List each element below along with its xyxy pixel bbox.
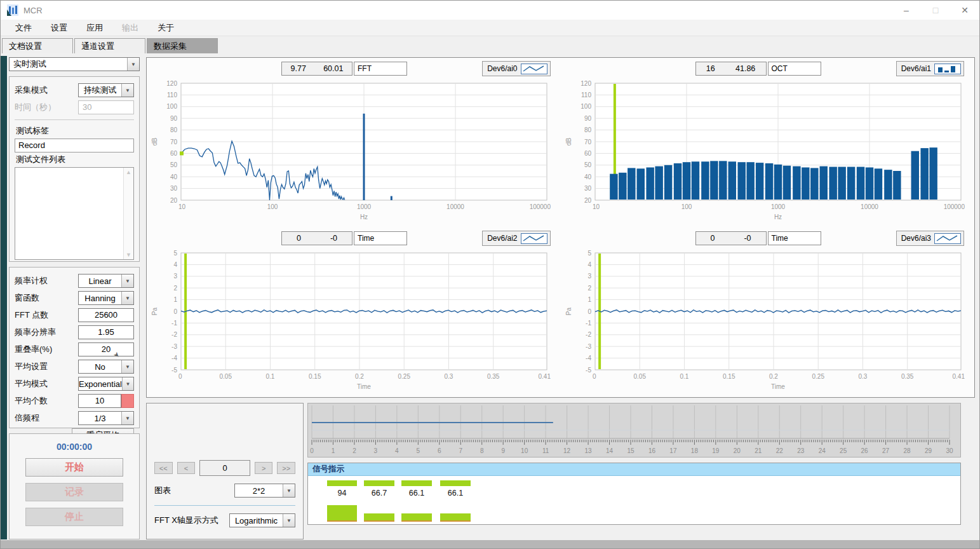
freq-weighting-select[interactable]: Linear ▼ [78, 274, 134, 288]
scroll-up-icon[interactable]: ▲ [126, 169, 131, 175]
bar-chart-icon [934, 64, 961, 74]
svg-text:24: 24 [819, 447, 826, 454]
acq-mode-select[interactable]: 持续测试 ▼ [78, 83, 134, 97]
fft-points-input[interactable]: 25600 [78, 308, 134, 322]
svg-text:2: 2 [587, 285, 591, 292]
signal-value: 66.7 [364, 489, 394, 498]
line-chart-icon [521, 64, 547, 74]
chevron-down-icon[interactable]: ▼ [122, 377, 133, 390]
page-counter-input[interactable]: 0 [199, 460, 250, 476]
prev-page-button[interactable]: < [177, 462, 196, 474]
average-count-warning-indicator [121, 394, 134, 408]
time-ai2-plot[interactable]: -5-4-3-2-101234500.050.10.150.20.250.30.… [149, 248, 556, 393]
svg-text:-5: -5 [171, 367, 177, 374]
maximize-button[interactable]: □ [921, 1, 950, 20]
freq-resolution-input[interactable]: 1.95 [78, 325, 134, 339]
oct-channel-selector[interactable]: Dev6/ai1 [896, 61, 964, 76]
stop-button: 停止 [25, 508, 123, 526]
svg-text:80: 80 [584, 126, 591, 133]
minimize-button[interactable]: – [892, 1, 921, 20]
test-file-list[interactable]: ▲ ▼ [15, 167, 134, 260]
record-timeline[interactable]: 0123456789101112131415161718192021222324… [307, 403, 961, 458]
average-setting-select[interactable]: No ▼ [78, 360, 134, 374]
close-button[interactable]: ✕ [950, 1, 979, 20]
overlap-input[interactable]: 20 [78, 342, 134, 356]
chevron-down-icon[interactable]: ▼ [283, 514, 295, 527]
main-panel: 9.77 60.01 FFT Dev6/ai0 2030405 [146, 57, 975, 539]
oct-type-input[interactable]: OCT [768, 62, 821, 76]
time-ai2-type-input[interactable]: Time [354, 231, 407, 245]
chart-layout-label: 图表 [154, 485, 171, 496]
time-ai3-channel-selector[interactable]: Dev6/ai3 [896, 231, 964, 246]
line-chart-icon [521, 233, 547, 244]
time-ai3-type-input[interactable]: Time [768, 231, 821, 245]
svg-text:60: 60 [170, 150, 178, 157]
window-function-select[interactable]: Hanning ▼ [78, 291, 134, 305]
chart-quadrant-time-ai2: 0 -0 Time Dev6/ai2 -5-4-3-2-101 [147, 227, 561, 397]
app-window: MCR – □ ✕ 文件 设置 应用 输出 关于 文档设置 通道设置 数据采集 … [0, 0, 980, 549]
oct-plot[interactable]: 2030405060708090100110120101001000100001… [563, 78, 970, 223]
svg-text:22: 22 [776, 447, 784, 454]
fft-plot[interactable]: 2030405060708090100110120101001000100001… [149, 78, 556, 223]
fft-channel-selector[interactable]: Dev6/ai0 [482, 61, 550, 76]
svg-text:20: 20 [734, 447, 741, 454]
time-ai2-channel-selector[interactable]: Dev6/ai2 [482, 231, 550, 246]
svg-text:-3: -3 [586, 343, 591, 350]
test-tag-input[interactable]: Record [15, 139, 134, 152]
svg-text:40: 40 [584, 173, 591, 180]
fft-type-input[interactable]: FFT [354, 62, 407, 76]
menu-output: 输出 [112, 22, 148, 34]
test-mode-select[interactable]: 实时测试 ▼ [9, 57, 140, 71]
chevron-down-icon[interactable]: ▼ [121, 412, 133, 424]
signal-value: 66.1 [401, 489, 432, 498]
svg-text:10: 10 [178, 203, 186, 210]
svg-text:0.3: 0.3 [445, 373, 453, 380]
tab-data-acquisition[interactable]: 数据采集 [147, 38, 218, 54]
svg-text:30: 30 [584, 185, 591, 192]
chevron-down-icon[interactable]: ▼ [121, 274, 133, 287]
time-ai3-plot[interactable]: -5-4-3-2-101234500.050.10.150.20.250.30.… [563, 248, 970, 393]
tab-document-settings[interactable]: 文档设置 [2, 38, 73, 54]
first-page-button[interactable]: << [154, 462, 173, 474]
app-logo-icon [7, 4, 18, 16]
chevron-down-icon[interactable]: ▼ [121, 360, 133, 373]
acquisition-group: 采集模式 持续测试 ▼ 时间（秒） 30 测试标签 Record 测试文件列表 [9, 76, 140, 262]
svg-text:3: 3 [173, 273, 177, 280]
record-status-panel: 0123456789101112131415161718192021222324… [307, 403, 961, 539]
svg-text:10000: 10000 [861, 203, 878, 210]
menu-file[interactable]: 文件 [6, 22, 41, 34]
window-bottom-border [1, 540, 979, 548]
svg-text:5: 5 [173, 250, 177, 257]
chevron-down-icon[interactable]: ▼ [283, 484, 295, 497]
average-count-input[interactable]: 10 [78, 394, 121, 408]
svg-text:100: 100 [267, 203, 278, 210]
menu-settings[interactable]: 设置 [41, 22, 77, 34]
chevron-down-icon[interactable]: ▼ [121, 84, 133, 97]
svg-text:10: 10 [521, 447, 528, 454]
record-timeline-ruler[interactable]: 0123456789101112131415161718192021222324… [308, 403, 955, 457]
scroll-down-icon[interactable]: ▼ [126, 252, 131, 258]
chart-quadrant-oct: 16 41.86 OCT Dev6/ai1 203040506 [561, 58, 975, 227]
menu-application[interactable]: 应用 [77, 22, 112, 34]
svg-text:21: 21 [755, 447, 762, 454]
list-scrollbar[interactable]: ▲ ▼ [123, 168, 133, 259]
svg-text:-2: -2 [171, 331, 177, 338]
svg-text:-4: -4 [586, 355, 591, 362]
svg-text:16: 16 [648, 447, 656, 454]
svg-text:28: 28 [904, 447, 911, 454]
start-button[interactable]: 开始 [25, 458, 123, 477]
last-page-button[interactable]: >> [277, 462, 295, 474]
svg-text:-1: -1 [171, 320, 177, 327]
chevron-down-icon[interactable]: ▼ [127, 58, 139, 71]
octave-select[interactable]: 1/3 ▼ [78, 411, 134, 425]
fft-xaxis-mode-select[interactable]: Logarithmic ▼ [229, 513, 295, 527]
next-page-button[interactable]: > [255, 462, 273, 474]
chart-quadrant-time-ai3: 0 -0 Time Dev6/ai3 -5-4-3-2-101 [561, 227, 975, 397]
chart-layout-select[interactable]: 2*2 ▼ [234, 484, 295, 498]
menu-about[interactable]: 关于 [148, 22, 184, 34]
chevron-down-icon[interactable]: ▼ [121, 292, 133, 304]
tab-channel-settings[interactable]: 通道设置 [74, 38, 145, 54]
svg-text:15: 15 [627, 447, 634, 454]
signal-level-bar [327, 480, 357, 486]
average-mode-select[interactable]: Exponential ▼ [78, 377, 134, 391]
